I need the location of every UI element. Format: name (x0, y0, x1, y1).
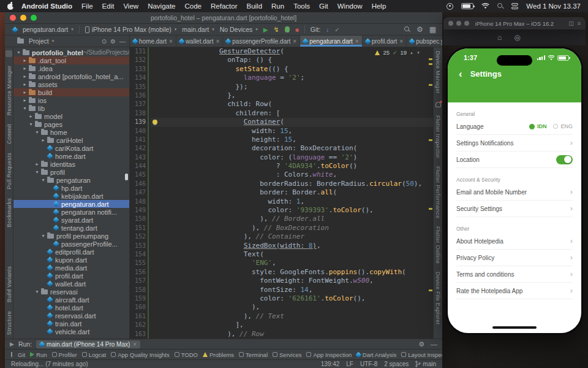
prev-issue-icon[interactable]: ▲ (410, 51, 413, 55)
tree-item-editprofil-dart[interactable]: editprofil.dart (13, 248, 129, 256)
menubar-item-android-studio[interactable]: Android Studio (21, 2, 72, 10)
simulator-screenshot-icon[interactable]: ◎ (514, 33, 520, 42)
location-toggle[interactable] (556, 155, 573, 164)
code-line-136[interactable]: 136 }, (130, 91, 433, 100)
code-line-157[interactable]: 157 fontWeight: FontWeight.w500, (130, 277, 433, 285)
tool-window-button-app-inspection[interactable]: App Inspection (306, 351, 352, 358)
tool-window-button-services[interactable]: Services (273, 351, 301, 358)
code-line-135[interactable]: 135 }); (130, 83, 433, 91)
tree-item-passengerprofile[interactable]: passengerProfile... (13, 240, 129, 248)
zoom-window-icon[interactable] (464, 21, 469, 26)
tool-window-button-app-quality-insights[interactable]: App Quality Insights (111, 351, 170, 358)
editor-tab-profil-dart[interactable]: profil.dart× (363, 36, 407, 47)
tree-item-reservasi-dart[interactable]: reservasi.dart (13, 312, 129, 320)
layout-windows-icon[interactable]: ▦ (429, 25, 436, 34)
simulator-titlebar[interactable]: iPhone 14 Pro Max – iOS 16.2 ◫ ≡ (443, 17, 586, 29)
tree-expand-arrow-icon[interactable]: ▾ (22, 105, 28, 111)
caret-position[interactable]: 139:42 (321, 361, 340, 367)
code-line-144[interactable]: 144 ? '4DA934'.toColor() (130, 162, 433, 171)
git-branch-widget[interactable]: main (415, 361, 436, 367)
navbar-file[interactable]: pengaturan.dart ▾ (11, 26, 74, 33)
tool-window-button-problems[interactable]: Problems (203, 351, 234, 358)
code-line-155[interactable]: 155 'ENG', (130, 259, 433, 267)
tree-expand-arrow-icon[interactable]: ▾ (34, 129, 40, 135)
code-line-134[interactable]: 134 language = '2'; (130, 74, 433, 82)
close-tab-icon[interactable]: × (399, 38, 403, 45)
tree-item-kebijakan-dart[interactable]: kebijakan.dart (13, 192, 129, 200)
language-option-eng[interactable]: ENG (553, 123, 573, 129)
menubar-item-window[interactable]: Window (337, 2, 363, 10)
code-line-137[interactable]: 137 child: Row( (130, 100, 433, 109)
tree-expand-arrow-icon[interactable]: ▸ (22, 74, 28, 79)
project-panel-header[interactable]: Project ▾ ⊙ ⚙ — (5, 36, 130, 47)
settings-row-about-hotelpedia[interactable]: About Hotelpedia› (456, 233, 573, 250)
tree-item-hotel-dart[interactable]: hotel.dart (13, 304, 129, 312)
code-line-152[interactable]: 152 ), // Container (130, 232, 433, 241)
tree-expand-arrow-icon[interactable]: ▸ (22, 98, 28, 103)
iphone-screen[interactable]: 1:37 ‹ Settings GeneralLanguageIDNENGSet… (448, 48, 581, 333)
line-separator[interactable]: LF (346, 361, 353, 367)
tool-stripe-commit[interactable]: Commit (6, 124, 12, 144)
code-line-132[interactable]: 132 onTap: () { (130, 56, 433, 64)
close-tab-icon[interactable]: × (216, 38, 219, 45)
menubar-clock[interactable]: Wed 1 Nov 13.37 (526, 2, 581, 10)
run-settings-gear-icon[interactable]: ⚙ (418, 340, 424, 348)
close-window-icon[interactable] (448, 21, 453, 26)
menubar-item-tools[interactable]: Tools (293, 2, 310, 10)
indent-setting[interactable]: 2 spaces (384, 361, 409, 367)
stop-button[interactable]: ■ (295, 26, 299, 33)
menubar-item-refactor[interactable]: Refactor (211, 2, 237, 10)
tree-item-profil-dart[interactable]: profil.dart (13, 272, 129, 280)
code-line-162[interactable]: 162 ], (130, 321, 433, 329)
close-window-icon[interactable] (10, 15, 16, 21)
run-tab[interactable]: main.dart (iPhone 14 Pro Max) × (36, 340, 140, 348)
tree-item-android-portofolio-hotel-a[interactable]: ▸android [portofolio_hotel_a... (13, 72, 129, 80)
tree-expand-arrow-icon[interactable]: ▸ (22, 58, 28, 63)
locate-file-icon[interactable]: ⊙ (102, 38, 107, 45)
tool-stripe-bookmarks[interactable]: Bookmarks (6, 198, 12, 228)
tool-stripe-device-manager[interactable]: Device Manager (435, 51, 441, 94)
project-tool-button[interactable] (6, 50, 12, 57)
notifications-bell-icon[interactable] (435, 102, 441, 107)
tree-item-tentang-dart[interactable]: tentang.dart (13, 224, 129, 232)
battery-icon[interactable] (461, 3, 473, 9)
screen-recording-icon[interactable] (447, 3, 453, 10)
git-commit-icon[interactable]: ✓ (334, 26, 339, 33)
spotlight-search-icon[interactable] (497, 3, 503, 9)
tool-window-button-todo[interactable]: TODO (175, 351, 198, 358)
tree-item-carihotel[interactable]: ▸cariHotel (13, 136, 129, 144)
control-center-icon[interactable] (511, 3, 518, 9)
tree-item-lib[interactable]: ▾lib (13, 104, 129, 112)
editor-tab-pubspec-yaml[interactable]: pubspec.yaml× (407, 36, 442, 47)
tree-expand-arrow-icon[interactable]: ▾ (34, 169, 40, 175)
panel-options-icon[interactable]: ⚙ (110, 38, 116, 45)
apple-logo-icon[interactable] (7, 2, 14, 10)
code-line-154[interactable]: 154 Text( (130, 250, 433, 259)
tree-item-model[interactable]: ▸model (13, 112, 129, 120)
next-issue-icon[interactable]: ▼ (417, 51, 420, 55)
menubar-item-view[interactable]: View (123, 2, 138, 10)
project-tree-panel[interactable]: ▾portofolio_hotel ~/StudioProjects/...▸.… (13, 47, 130, 339)
tree-expand-arrow-icon[interactable]: ▸ (22, 82, 28, 87)
code-line-161[interactable]: 161 ), // Text (130, 312, 433, 321)
code-line-159[interactable]: 159 color: '626161'.toColor(), (130, 294, 433, 303)
tree-item-hp-dart[interactable]: hp.dart (13, 184, 129, 192)
tool-window-button-logcat[interactable]: Logcat (82, 351, 107, 358)
home-indicator[interactable] (492, 326, 537, 329)
menubar-item-edit[interactable]: Edit (102, 2, 115, 10)
tree-expand-arrow-icon[interactable]: ▸ (34, 161, 40, 167)
code-line-147[interactable]: 147 border: Border.all( (130, 188, 433, 197)
menubar-item-code[interactable]: Code (185, 2, 202, 10)
code-line-139[interactable]: 139 Container( (130, 118, 433, 126)
code-line-158[interactable]: 158 fontSize: 14, (130, 286, 433, 294)
tree-item-wallet-dart[interactable]: wallet.dart (13, 280, 129, 288)
minimize-window-icon[interactable] (456, 21, 461, 26)
close-tab-icon[interactable]: × (133, 341, 137, 348)
tree-item-pengaturan-dart[interactable]: pengaturan.dart (13, 200, 129, 208)
file-encoding[interactable]: UTF-8 (360, 361, 377, 367)
settings-row-privacy-policy[interactable]: Privacy Policy› (456, 250, 573, 266)
tree-item-kupon-dart[interactable]: kupon.dart (13, 256, 129, 264)
tree-item-vehicle-dart[interactable]: vehicle.dart (13, 328, 129, 335)
tree-item-carikota-dart[interactable]: cariKota.dart (13, 144, 129, 152)
tree-expand-arrow-icon[interactable]: ▾ (28, 121, 34, 127)
